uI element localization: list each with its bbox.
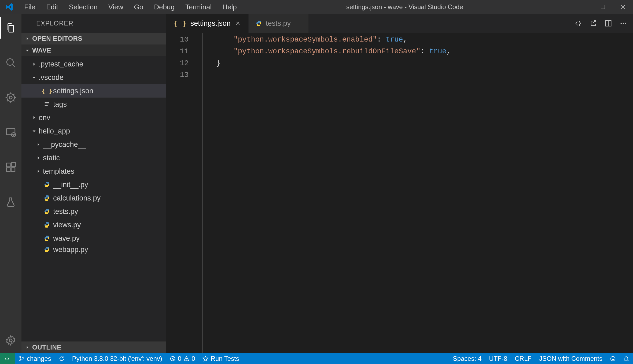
chevron-right-icon [34,169,42,174]
notifications-icon[interactable] [620,353,633,364]
menu-edit[interactable]: Edit [41,0,64,14]
file-calculations-py[interactable]: calculations.py [21,191,166,205]
close-button[interactable] [613,0,633,14]
tree-item-label: .vscode [38,73,64,82]
eol-status[interactable]: CRLF [511,353,535,364]
file-wave-py[interactable]: wave.py [21,232,166,245]
outline-label: OUTLINE [32,344,61,351]
title-bar: File Edit Selection View Go Debug Termin… [0,0,633,14]
folder-templates[interactable]: templates [21,165,166,178]
open-editors-label: OPEN EDITORS [32,35,82,42]
file-settings-json[interactable]: { }settings.json [21,84,166,98]
folder--pytest-cache[interactable]: .pytest_cache [21,57,166,71]
chevron-right-icon [34,155,42,160]
chevron-right-icon [30,62,38,66]
tree-item-label: settings.json [53,87,93,95]
workspace-header[interactable]: WAVE [21,44,166,56]
menu-terminal[interactable]: Terminal [180,0,217,14]
svg-point-2 [7,94,14,101]
encoding-status[interactable]: UTF-8 [485,353,511,364]
folder-env[interactable]: env [21,111,166,124]
chevron-right-icon [34,142,42,147]
remote-indicator[interactable] [0,353,15,364]
split-editor-icon[interactable] [605,20,612,27]
file-webapp-py[interactable]: webapp.py [21,245,166,254]
menu-go[interactable]: Go [129,0,149,14]
folder---pycache--[interactable]: __pycache__ [21,138,166,151]
activity-debug-icon[interactable] [0,87,21,108]
activity-test-icon[interactable] [0,191,21,213]
activity-search-icon[interactable] [0,52,21,73]
open-changes-icon[interactable] [590,20,597,27]
file-views-py[interactable]: views.py [21,218,166,232]
lines-icon [42,101,51,107]
menu-view[interactable]: View [103,0,129,14]
main-area: EXPLORER OPEN EDITORS WAVE .pytest_cache… [0,14,633,353]
window-title: settings.json - wave - Visual Studio Cod… [242,3,573,11]
svg-rect-8 [11,168,15,172]
tree-item-label: env [38,114,50,122]
menu-help[interactable]: Help [217,0,242,14]
svg-point-19 [611,356,615,361]
svg-rect-9 [12,163,16,166]
feedback-icon[interactable] [606,353,620,364]
window-controls [573,0,633,14]
status-bar: changes Python 3.8.0 32-bit ('env': venv… [0,353,633,364]
activity-settings-icon[interactable] [0,330,21,351]
tree-item-label: calculations.py [53,194,101,202]
folder-static[interactable]: static [21,151,166,165]
python-interpreter[interactable]: Python 3.8.0 32-bit ('env': venv) [68,353,166,364]
menu-file[interactable]: File [19,0,41,14]
open-editors-header[interactable]: OPEN EDITORS [21,33,166,44]
file---init---py[interactable]: __init__.py [21,178,166,191]
tree-item-label: wave.py [53,234,80,243]
activity-explorer-icon[interactable] [0,17,21,39]
tree-item-label: tags [53,100,67,109]
outline-header[interactable]: OUTLINE [21,341,166,353]
more-actions-icon[interactable] [620,20,627,27]
python-icon [42,208,51,215]
tab-settings-json[interactable]: { } settings.json [167,14,249,33]
tree-item-label: hello_app [38,127,70,135]
svg-point-3 [9,96,12,99]
folder--vscode[interactable]: .vscode [21,71,166,84]
activity-extensions-icon[interactable] [0,157,21,178]
chevron-right-icon [30,115,38,120]
menu-debug[interactable]: Debug [149,0,180,14]
file-tags[interactable]: tags [21,98,166,111]
close-icon[interactable] [234,21,241,26]
svg-rect-0 [601,5,605,9]
tab-label: tests.py [266,19,291,28]
python-icon [42,181,51,188]
tree-item-label: __pycache__ [42,140,86,149]
tab-tests-py[interactable]: tests.py [249,14,309,33]
chevron-down-icon [30,129,38,133]
git-sync[interactable] [55,353,68,364]
compare-icon[interactable] [575,20,582,27]
python-icon [42,235,51,242]
git-branch[interactable]: changes [15,353,55,364]
chevron-down-icon [30,75,38,80]
code-editor[interactable]: 10111213 "python.workspaceSymbols.enable… [167,33,633,353]
file-tests-py[interactable]: tests.py [21,205,166,218]
svg-point-14 [625,23,626,24]
svg-point-15 [20,356,21,358]
folder-hello-app[interactable]: hello_app [21,124,166,138]
file-tree[interactable]: .pytest_cache.vscode{ }settings.jsontags… [21,56,166,341]
run-tests[interactable]: Run Tests [199,353,243,364]
minimize-button[interactable] [573,0,593,14]
python-icon [42,222,51,228]
language-mode[interactable]: JSON with Comments [535,353,606,364]
svg-point-1 [7,59,13,65]
maximize-button[interactable] [593,0,613,14]
svg-rect-6 [6,163,10,167]
activity-remote-icon[interactable] [0,122,21,143]
menu-selection[interactable]: Selection [64,0,103,14]
json-icon: { } [174,19,187,28]
code-content: "python.workspaceSymbols.enabled": true,… [199,33,451,353]
indentation-status[interactable]: Spaces: 4 [449,353,485,364]
svg-rect-7 [6,168,10,172]
problems[interactable]: 0 0 [166,353,199,364]
svg-point-13 [623,23,624,24]
line-numbers: 10111213 [167,33,199,353]
